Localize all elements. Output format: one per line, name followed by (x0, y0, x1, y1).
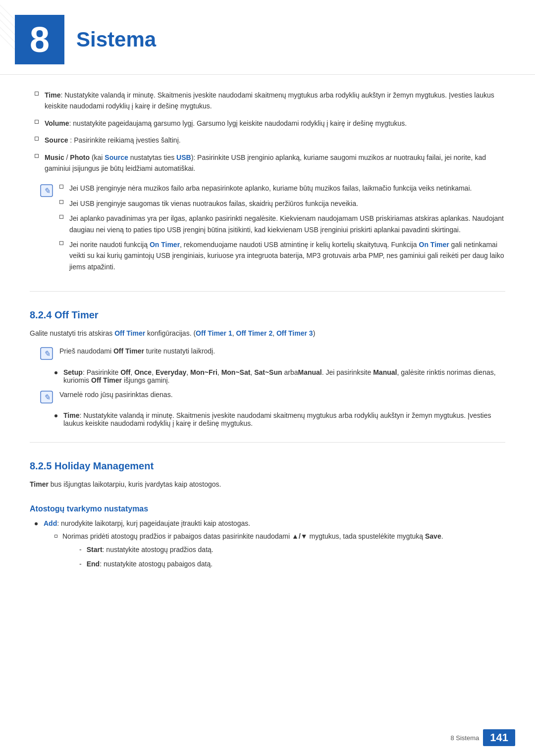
music-photo-text: Music / Photo (kai Source nustatytas tie… (45, 152, 505, 174)
end-text: End: nustatykite atostogų pabaigos datą. (87, 558, 213, 569)
volume-text: Volume: nustatykite pageidaujamą garsumo… (45, 118, 505, 129)
save-label: Save (425, 532, 441, 540)
add-desc: : nurodykite laikotarpį, kurį pageidauja… (57, 519, 250, 527)
dash-icon-end: - (79, 558, 82, 569)
sub-section-heading: Atostogų tvarkymo nustatymas (30, 504, 505, 513)
s3: , (186, 368, 190, 376)
setup-list: Setup: Pasirinkite Off, Once, Everyday, … (50, 368, 505, 384)
end-desc: : nustatykite atostogų pabaigos datą. (100, 560, 213, 568)
comma1: , (232, 329, 236, 337)
setup-colon: : Pasirinkite (83, 368, 120, 376)
svg-line-4 (0, 30, 15, 54)
svg-line-0 (0, 0, 15, 25)
on-timer-label-2: On Timer (419, 241, 449, 249)
start-end-list: - Start: nustatykite atostogų pradžios d… (79, 544, 505, 569)
watermark (0, 0, 15, 59)
dot-icon (54, 371, 57, 374)
setup-offtimer: Off Timer (91, 376, 122, 384)
setup-manual2: Manual (373, 368, 397, 376)
square-bullet-icon (59, 200, 63, 204)
list-item-source: Source : Pasirinkite reikiamą įvesties š… (30, 135, 505, 146)
norimas-item: Norimas pridėti atostogų pradžios ir pab… (54, 532, 505, 540)
square-bullet-icon (59, 241, 63, 245)
usb-bold: USB (176, 153, 191, 161)
time-list: Time: Nustatykite valandą ir minutę. Ska… (50, 411, 505, 427)
source-bold: Source (105, 153, 128, 161)
svg-line-2 (0, 15, 15, 40)
time-desc-2: : Nustatykite valandą ir minutę. Skaitme… (63, 411, 491, 427)
para1-end: ) (313, 329, 316, 337)
source-label: Source (45, 136, 68, 144)
dash-icon-start: - (79, 544, 82, 555)
page-footer: 8 Sistema 141 (450, 729, 515, 746)
photo-label: Photo (70, 153, 90, 161)
note-item-2: Jei USB įrenginyje saugomas tik vienas n… (59, 198, 505, 209)
note-item-3: Jei aplanko pavadinimas yra per ilgas, a… (59, 213, 505, 235)
note-3-text: Jei aplanko pavadinimas yra per ilgas, a… (69, 213, 505, 235)
music-label: Music (45, 153, 64, 161)
off-timer-2: Off Timer 2 (236, 329, 273, 337)
start-item: - Start: nustatykite atostogų pradžios d… (79, 544, 505, 555)
start-text: Start: nustatykite atostogų pradžios dat… (87, 544, 214, 555)
note-item-4: Jei norite naudoti funkciją On Timer, re… (59, 239, 505, 272)
timer-label: Timer (30, 480, 49, 488)
add-list: Add: nurodykite laikotarpį, kurį pageida… (30, 519, 505, 527)
note-block-3: ✎ Varnelė rodo jūsų pasirinktas dienas. (40, 389, 505, 406)
setup-everyday: Everyday (156, 368, 186, 376)
setup-once: Once (134, 368, 152, 376)
dot-icon-time (54, 414, 57, 417)
s7: . Jei pasirinksite (322, 368, 373, 376)
off-timer-label: Off Timer (114, 329, 145, 337)
note-3-content: Varnelė rodo jūsų pasirinktas dienas. (59, 389, 505, 406)
s9: išjungs gaminį. (122, 376, 170, 384)
start-desc: : nustatykite atostogų pradžios datą. (103, 546, 214, 554)
off-timer-1: Off Timer 1 (196, 329, 232, 337)
time-desc: : Nustatykite valandą ir minutę. Skaitme… (45, 91, 494, 110)
setup-text: Setup: Pasirinkite Off, Once, Everyday, … (63, 368, 505, 384)
list-item-time: Time: Nustatykite valandą ir minutę. Ska… (30, 90, 505, 112)
setup-item: Setup: Pasirinkite Off, Once, Everyday, … (50, 368, 505, 384)
page-header: 8 Sistema (0, 0, 535, 75)
music-photo-mid: nustatytas ties (128, 153, 176, 161)
timer-text: bus išjungtas laikotarpiu, kuris įvardyt… (49, 480, 221, 488)
setup-off: Off (120, 368, 130, 376)
s2: , (152, 368, 156, 376)
note-block-2: ✎ Prieš naudodami Off Timer turite nusta… (40, 346, 505, 362)
note-4-text: Jei norite naudoti funkciją On Timer, re… (69, 239, 505, 272)
note-icon-2: ✎ (40, 347, 54, 360)
svg-line-3 (0, 22, 15, 47)
note-icon-1: ✎ (40, 184, 54, 198)
setup-monfri: Mon~Fri (190, 368, 217, 376)
list-item-music-photo: Music / Photo (kai Source nustatytas tie… (30, 152, 505, 174)
note2-off-timer: Off Timer (113, 347, 144, 355)
note-block-1: ✎ Jei USB įrenginyje nėra muzikos failo … (40, 183, 505, 276)
svg-line-1 (0, 7, 15, 32)
note-2-text: Jei USB įrenginyje saugomas tik vienas n… (69, 198, 358, 209)
square-bullet-icon (35, 154, 39, 158)
note-item-1: Jei USB įrenginyje nėra muzikos failo ar… (59, 183, 505, 194)
setup-satsun: Sat~Sun (254, 368, 282, 376)
note-icon-3: ✎ (40, 390, 54, 404)
end-label: End (87, 560, 100, 568)
page-container: 8 Sistema Time: Nustatykite valandą ir m… (0, 0, 535, 756)
norimas-text: Norimas pridėti atostogų pradžios ir pab… (62, 532, 443, 540)
time-bullet-text: Time: Nustatykite valandą ir minutę. Ska… (63, 411, 505, 427)
setup-monsat: Mon~Sat (221, 368, 251, 376)
comma2: , (272, 329, 276, 337)
square-bullet-icon (35, 92, 39, 96)
s5: , (250, 368, 254, 376)
time-text: Time: Nustatykite valandą ir minutę. Ska… (45, 90, 505, 112)
note-3-para: Varnelė rodo jūsų pasirinktas dienas. (59, 389, 505, 401)
arrows-label: ▲/▼ (292, 532, 308, 540)
section-824-para1: Galite nustatyti tris atskiras Off Timer… (30, 328, 505, 340)
s6: arba (282, 368, 298, 376)
note2-pre: Prieš naudodami (59, 347, 113, 355)
time-item: Time: Nustatykite valandą ir minutę. Ska… (50, 411, 505, 427)
square-bullet-icon (35, 137, 39, 141)
off-timer-3: Off Timer 3 (276, 329, 313, 337)
divider-2 (30, 442, 505, 443)
setup-manual: Manual (298, 368, 321, 376)
add-text: Add: nurodykite laikotarpį, kurį pageida… (44, 519, 250, 527)
main-content: Time: Nustatykite valandą ir minutę. Ska… (0, 90, 535, 612)
note-1-text: Jei USB įrenginyje nėra muzikos failo ar… (69, 183, 472, 194)
